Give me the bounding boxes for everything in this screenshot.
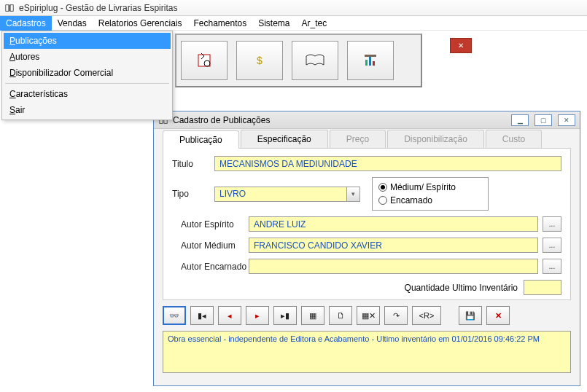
combo-tipo-field[interactable] (214, 187, 347, 202)
label-tipo: Tipo (172, 189, 214, 199)
tab-preco[interactable]: Preço (330, 130, 386, 148)
tab-publicacao[interactable]: Publicação (163, 130, 239, 149)
toolbar-btn-4[interactable] (347, 41, 394, 80)
mdi-close-button[interactable]: ✕ (450, 38, 472, 53)
menu-relatorios[interactable]: Relatorios Gerenciais (93, 16, 188, 31)
child-titlebar: Cadastro de Publicações ▁ ▢ ✕ (154, 111, 580, 129)
status-box: Obra essencial - independente de Editora… (163, 331, 571, 373)
label-titulo: Titulo (172, 159, 214, 169)
first-icon: ▮◂ (198, 311, 206, 321)
dd-caracteristicas[interactable]: Características (4, 86, 171, 102)
input-titulo[interactable] (214, 156, 561, 171)
nav-next-button[interactable]: ▸ (246, 306, 269, 325)
book-icon (4, 3, 15, 13)
toolbar-btn-1[interactable] (181, 41, 228, 80)
nav-last-button[interactable]: ▸▮ (273, 306, 297, 325)
last-icon: ▸▮ (281, 311, 289, 321)
close-button[interactable]: ✕ (558, 114, 575, 126)
input-autor-espirito[interactable] (249, 216, 538, 232)
main-toolbar-wrap: $ (175, 34, 422, 87)
menu-vendas[interactable]: Vendas (52, 16, 93, 31)
radio-encarnado[interactable]: Encarnado (378, 194, 482, 207)
settings-tool-icon (194, 50, 214, 71)
menu-sistema[interactable]: Sistema (252, 16, 295, 31)
grid-x-icon: ▦✕ (362, 311, 376, 321)
lookup-autor-espirito[interactable]: ... (543, 216, 561, 232)
nav-r-button[interactable]: <R> (412, 306, 441, 325)
tab-custo[interactable]: Custo (486, 130, 542, 148)
combo-tipo-button[interactable]: ▾ (347, 187, 360, 202)
radio-group-autoria: Médium/ Espírito Encarnado (372, 177, 489, 211)
nav-new-button[interactable]: 🗋 (329, 306, 352, 325)
tab-disponibilizacao[interactable]: Disponibilização (387, 130, 484, 148)
tab-especificacao[interactable]: Especificação (241, 130, 328, 148)
menu-fechamentos[interactable]: Fechamentos (187, 16, 252, 31)
nav-grid-button[interactable]: ▦ (301, 306, 324, 325)
label-autor-espirito: Autor Espírito (172, 219, 249, 230)
close-icon: ✕ (564, 117, 569, 124)
child-title-text: Cadastro de Publicações (173, 115, 270, 125)
svg-rect-3 (365, 60, 368, 66)
toolbar-btn-2[interactable]: $ (236, 41, 283, 80)
lookup-autor-encarnado[interactable]: ... (543, 259, 561, 274)
exit-icon: ↷ (393, 311, 400, 321)
radio-medium[interactable]: Médium/ Espírito (378, 181, 482, 194)
nav-save-button[interactable]: 💾 (459, 306, 482, 325)
dd-sair[interactable]: Sair (4, 102, 171, 118)
label-autor-medium: Autor Médium (172, 240, 249, 251)
report-icon (362, 52, 378, 68)
ellipsis-icon: ... (549, 220, 555, 228)
grid-icon: ▦ (309, 311, 316, 321)
tab-bar: Publicação Especificação Preço Disponibi… (154, 129, 580, 148)
nav-first-button[interactable]: ▮◂ (190, 306, 214, 325)
menubar: Cadastros Vendas Relatorios Gerenciais F… (0, 16, 587, 31)
nav-prev-button[interactable]: ◂ (218, 306, 241, 325)
floppy-icon: 💾 (465, 311, 475, 321)
radio-encarnado-circle (378, 196, 387, 205)
dd-publicacoes[interactable]: Publicações (4, 33, 171, 49)
toolbar-btn-3[interactable] (292, 41, 338, 80)
main-toolbar: $ (175, 34, 422, 87)
radio-medium-label: Médium/ Espírito (390, 182, 456, 192)
menu-artec[interactable]: Ar_tec (296, 16, 333, 31)
dd-separator (5, 83, 169, 84)
status-text: Obra essencial - independente de Editora… (168, 334, 540, 343)
radio-medium-circle (378, 183, 387, 192)
dd-disponibilizador[interactable]: Disponibilizador Comercial (4, 65, 171, 81)
dd-autores[interactable]: Autores (4, 49, 171, 65)
record-nav-bar: 👓 ▮◂ ◂ ▸ ▸▮ ▦ 🗋 ▦✕ ↷ <R> 💾 ✕ (163, 306, 571, 325)
combo-tipo[interactable]: ▾ (214, 187, 360, 202)
ellipsis-icon: ... (549, 262, 555, 270)
maximize-icon: ▢ (540, 117, 547, 124)
form-panel: Titulo Tipo ▾ Médium/ Espírito Encarnado (163, 148, 571, 300)
prev-icon: ◂ (228, 311, 232, 321)
app-title: eSpiriplug - Gestão de Livrarias Espirit… (19, 3, 177, 13)
svg-rect-4 (369, 57, 371, 66)
ellipsis-icon: ... (549, 241, 555, 249)
app-titlebar: eSpiriplug - Gestão de Livrarias Espirit… (0, 0, 587, 16)
svg-rect-5 (373, 61, 375, 66)
input-autor-encarnado[interactable] (249, 259, 538, 274)
nav-search-button[interactable]: 👓 (163, 306, 186, 325)
radio-encarnado-label: Encarnado (390, 195, 432, 205)
nav-exit-button[interactable]: ↷ (384, 306, 408, 325)
label-qtd: Quantidade Ultimo Inventário (405, 283, 518, 293)
nav-delete-grid-button[interactable]: ▦✕ (357, 306, 380, 325)
lookup-autor-medium[interactable]: ... (543, 238, 561, 253)
new-doc-icon: 🗋 (337, 311, 345, 320)
input-qtd[interactable] (524, 280, 561, 295)
svg-text:$: $ (257, 55, 263, 66)
nav-cancel-button[interactable]: ✕ (486, 306, 510, 325)
minimize-button[interactable]: ▁ (511, 114, 529, 126)
x-icon: ✕ (495, 311, 502, 321)
maximize-button[interactable]: ▢ (534, 114, 552, 126)
svg-rect-6 (365, 55, 376, 57)
close-icon: ✕ (458, 42, 464, 50)
child-window: Cadastro de Publicações ▁ ▢ ✕ Publicação… (153, 111, 580, 386)
minimize-icon: ▁ (518, 117, 523, 124)
input-autor-medium[interactable] (249, 238, 538, 253)
menu-cadastros[interactable]: Cadastros (0, 16, 52, 31)
dropdown-cadastros: Publicações Autores Disponibilizador Com… (1, 31, 173, 120)
label-autor-encarnado: Autor Encarnado (172, 262, 249, 272)
open-book-icon (305, 53, 325, 68)
